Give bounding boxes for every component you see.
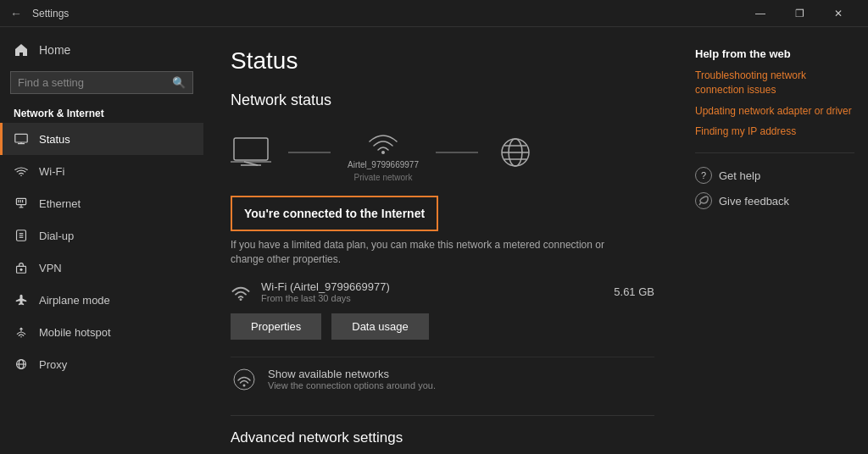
wifi-period: From the last 30 days [261,293,604,303]
help-link-ip[interactable]: Finding my IP address [695,125,854,139]
wifi-icon [14,163,29,179]
connected-box: You're connected to the Internet [231,196,438,231]
svg-rect-21 [234,138,268,160]
sidebar-item-ethernet[interactable]: Ethernet [0,187,203,219]
close-button[interactable]: ✕ [819,0,858,27]
svg-point-3 [20,174,22,176]
wifi-usage-icon [231,282,251,301]
proxy-icon [14,357,29,372]
sidebar-item-proxy-label: Proxy [39,358,67,371]
wifi-name: Wi-Fi (Airtel_9799669977) [261,280,604,293]
svg-point-33 [243,384,246,386]
sidebar: Home 🔍 Network & Internet Status Wi-Fi [0,27,203,454]
sidebar-item-vpn-label: VPN [39,262,62,274]
restore-button[interactable]: ❐ [780,0,819,27]
net-line-2 [436,152,478,153]
sidebar-item-wifi[interactable]: Wi-Fi [0,155,203,187]
sidebar-item-wifi-label: Wi-Fi [39,165,64,178]
network-status-title: Network status [231,91,654,109]
dialup-icon [14,228,29,243]
get-help-label: Get help [719,169,760,182]
svg-point-16 [20,336,22,338]
svg-point-15 [19,269,22,271]
content-area: Status Network status Ai [203,27,682,454]
window-controls: — ❐ ✕ [741,0,858,27]
help-divider [695,152,854,153]
sidebar-item-proxy[interactable]: Proxy [0,348,203,380]
laptop-diagram-icon [231,136,271,169]
network-diagram: Airtel_9799669977 Private network [231,123,654,182]
sidebar-section-title: Network & Internet [0,99,203,123]
search-box[interactable]: 🔍 [10,71,193,94]
globe-diagram-icon [495,136,536,169]
svg-rect-4 [16,198,25,204]
back-button[interactable]: ← [10,7,22,20]
ethernet-icon [14,196,29,211]
sidebar-item-dialup-label: Dial-up [39,230,74,242]
network-type: Private network [354,173,413,182]
router-diagram-icon: Airtel_9799669977 Private network [348,123,419,182]
page-title: Status [231,47,654,75]
net-line-1 [288,152,331,153]
hotspot-icon [14,324,29,340]
status-icon [14,131,29,147]
sidebar-item-dialup[interactable]: Dial-up [0,219,203,252]
help-link-adapter[interactable]: Updating network adapter or driver [695,104,854,119]
action-buttons: Properties Data usage [231,313,654,340]
titlebar-title: Settings [32,8,741,19]
wifi-usage-row: Wi-Fi (Airtel_9799669977) From the last … [231,280,654,303]
sidebar-item-status-label: Status [39,133,70,146]
help-title: Help from the web [695,47,854,60]
network-ssid: Airtel_9799669977 [348,160,419,169]
search-icon: 🔍 [172,76,186,89]
vpn-icon [14,260,29,275]
get-help-icon: ? [695,167,712,184]
svg-point-31 [240,298,242,301]
connected-desc: If you have a limited data plan, you can… [231,238,637,267]
sidebar-item-vpn[interactable]: VPN [0,252,203,284]
svg-rect-0 [15,134,27,142]
sidebar-item-airplane-label: Airplane mode [39,294,110,307]
feedback-label: Give feedback [719,195,789,208]
show-networks-title: Show available networks [268,368,436,380]
home-icon [14,42,29,58]
sidebar-item-status[interactable]: Status [0,123,203,155]
feedback-icon [695,192,712,209]
sidebar-item-airplane[interactable]: Airplane mode [0,284,203,316]
wifi-info: Wi-Fi (Airtel_9799669977) From the last … [261,280,604,303]
show-networks-option[interactable]: Show available networks View the connect… [231,357,654,401]
sidebar-item-hotspot-label: Mobile hotspot [39,326,111,339]
feedback-action[interactable]: Give feedback [695,192,854,209]
sidebar-home[interactable]: Home [0,34,203,66]
connected-text: You're connected to the Internet [244,207,425,220]
svg-point-25 [381,151,385,154]
show-networks-icon [231,366,258,393]
show-networks-text: Show available networks View the connect… [268,368,436,390]
search-input[interactable] [18,76,167,89]
minimize-button[interactable]: — [741,0,780,27]
help-link-troubleshoot[interactable]: Troubleshooting network connection issue… [695,69,854,97]
main-layout: Home 🔍 Network & Internet Status Wi-Fi [0,27,868,454]
airplane-icon [14,292,29,307]
sidebar-item-ethernet-label: Ethernet [39,197,81,210]
wifi-data: 5.61 GB [614,285,654,298]
sidebar-home-label: Home [39,43,70,57]
right-panel: Help from the web Troubleshooting networ… [682,27,868,454]
adv-settings-title: Advanced network settings [231,415,654,446]
show-networks-desc: View the connection options around you. [268,380,436,390]
properties-button[interactable]: Properties [231,313,321,340]
titlebar: ← Settings — ❐ ✕ [0,0,868,27]
sidebar-item-hotspot[interactable]: Mobile hotspot [0,316,203,348]
data-usage-button[interactable]: Data usage [331,313,429,340]
get-help-action[interactable]: ? Get help [695,167,854,184]
